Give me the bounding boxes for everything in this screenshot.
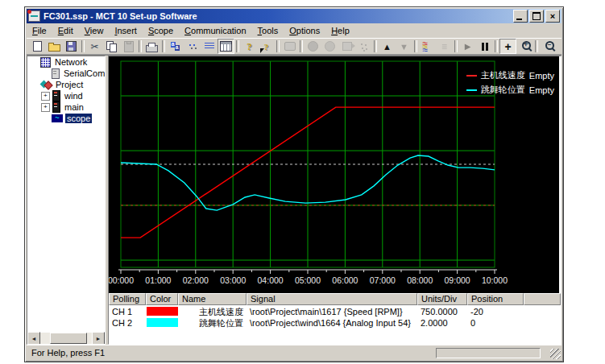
crosshair-button[interactable]: + [499,39,516,54]
menu-scope[interactable]: Scope [143,25,179,36]
scrollbar-thumb[interactable] [50,333,87,344]
toolbar-separator [81,40,85,52]
expand-icon[interactable]: + [41,103,50,112]
open-icon [48,44,60,52]
time-axis-label: 08:000 [407,275,433,285]
param-setup-icon [171,42,180,52]
tree-item-project[interactable]: Project [27,79,105,90]
serial-com-icon [52,68,60,79]
title-bar[interactable]: FC301.ssp - MCT 10 Set-up Software × [27,9,561,23]
move-down-icon: ▼ [398,40,411,53]
hlines-icon: ≡ [438,40,451,53]
app-window: FC301.ssp - MCT 10 Set-up Software × Fil… [24,6,564,362]
cell-position: -20 [467,307,524,316]
copy-icon [106,41,117,52]
record-button[interactable] [321,39,338,54]
scope-plot[interactable]: 00:00001:00002:00003:00004:00005:00006:0… [109,56,559,293]
toolbar-separator [139,40,142,52]
zoom-in-button[interactable] [557,39,561,54]
hlines-button[interactable]: ≡ [436,39,453,54]
channel-row-ch1[interactable]: CH 1主机线速度\root\Project\main\1617 {Speed … [109,307,561,316]
menu-view[interactable]: View [79,25,110,36]
export-icon [342,42,352,51]
context-help-icon: ? [260,40,273,53]
param-grid-button[interactable] [218,39,234,54]
app-icon [28,10,40,22]
column-header-color[interactable]: Color [146,293,178,305]
column-header-polling[interactable]: Polling [109,293,146,305]
column-header-signal[interactable]: Signal [247,293,417,305]
menu-options[interactable]: Options [284,25,325,36]
tree-item-wind[interactable]: +wind [27,90,105,101]
help-button[interactable]: ? [241,39,258,54]
play-button[interactable]: ▶ [459,39,476,54]
tree-item-main[interactable]: +main [27,101,105,113]
expand-icon[interactable]: + [41,92,50,101]
param-grid-icon [220,41,232,52]
tree-item-serialcom[interactable]: SerialCom [27,68,105,79]
export-button[interactable] [338,39,355,54]
cell-color [146,307,178,316]
close-button[interactable]: × [545,10,560,23]
menu-edit[interactable]: Edit [52,25,79,36]
param-dots-button[interactable] [184,39,201,54]
tree-item-network[interactable]: Network [27,56,105,68]
channel-color-swatch [147,307,178,316]
cell-polling: CH 1 [109,307,146,316]
toolbar-separator [495,40,498,52]
scroll-left-button[interactable]: ◄ [27,332,40,345]
stop-button[interactable] [305,39,321,54]
new-button[interactable] [29,39,46,54]
scope-chart-canvas[interactable]: 主机线速度Empty跳舞轮位置Empty 00:00001:00002:0000… [109,56,559,293]
param-list-button[interactable] [201,39,218,54]
copy-button[interactable] [103,39,120,54]
minimize-icon [516,19,522,20]
save-icon [66,41,77,52]
paste-icon [124,41,134,52]
menu-communication[interactable]: Communication [179,25,251,36]
open-button[interactable] [46,39,63,54]
time-axis-label: 09:000 [445,275,470,285]
menu-tools[interactable]: Tools [252,25,284,36]
column-header-filler [524,293,561,305]
cut-button[interactable]: ✂ [86,39,103,54]
toolbar-separator [454,40,458,52]
scope-waves-button[interactable] [419,39,436,54]
toolbar-separator [236,40,239,52]
save-button[interactable] [63,39,80,54]
channel-color-swatch [147,318,178,327]
drive-icon [52,101,60,113]
time-axis-label: 04:000 [258,275,284,285]
resize-grip[interactable] [550,349,561,359]
pause-button[interactable] [476,39,493,54]
menu-insert[interactable]: Insert [109,25,143,36]
minimize-button[interactable] [513,10,528,23]
pan-zoom-button[interactable] [516,39,533,54]
column-header-name[interactable]: Name [178,293,247,305]
maximize-button[interactable] [529,10,544,23]
modem-button[interactable] [281,39,298,54]
param-setup-button[interactable] [167,39,184,54]
move-down-button[interactable]: ▼ [396,39,412,54]
column-header-position[interactable]: Position [467,293,524,305]
scroll-right-button[interactable]: ► [92,332,105,345]
column-header-unitsdiv[interactable]: Units/Div [417,293,467,305]
tree-horizontal-scrollbar[interactable]: ◄ ► [27,333,105,344]
print-button[interactable] [143,39,160,54]
cell-name: 主机线速度 [178,307,247,316]
cell-name: 跳舞轮位置 [178,318,247,328]
move-up-button[interactable]: ▲ [379,39,396,54]
cell-signal: \root\Project\main\1617 {Speed [RPM]} [247,307,417,316]
time-axis-label: 06:000 [332,275,358,285]
menu-help[interactable]: Help [325,25,355,36]
context-help-button[interactable]: ? [258,39,275,54]
menu-file[interactable]: File [27,25,52,36]
scatter-button[interactable] [355,39,372,54]
channel-row-ch2[interactable]: CH 2跳舞轮位置\root\Project\wind\1664 {Analog… [109,318,561,328]
zoom-out-button[interactable] [540,39,557,54]
client-area: NetworkSerialComProject+wind+main~scope … [27,55,561,345]
cell-color [146,318,178,328]
time-axis-label: 10:000 [482,275,508,285]
paste-button[interactable] [120,39,137,54]
tree-item-scope[interactable]: ~scope [27,113,105,124]
